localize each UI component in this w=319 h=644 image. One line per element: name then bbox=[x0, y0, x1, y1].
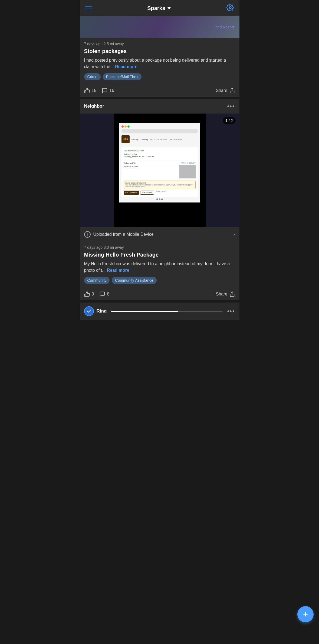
tag-community[interactable]: Community bbox=[84, 277, 110, 284]
post-1-excerpt: I had posted previously about a package … bbox=[84, 57, 235, 70]
share-button-2[interactable]: Share bbox=[216, 291, 235, 297]
ring-progress-bar bbox=[111, 311, 223, 312]
like-button-2[interactable]: 3 bbox=[84, 291, 94, 297]
like-button-1[interactable]: 15 bbox=[84, 88, 97, 94]
post-2-meta: 7 days ago 3.3 mi away bbox=[84, 245, 235, 250]
app-header: Sparks bbox=[80, 0, 239, 16]
post-2-title: Missing Hello Fresh Package bbox=[84, 252, 235, 258]
like-count-2: 3 bbox=[92, 292, 94, 297]
chevron-down-icon bbox=[167, 7, 171, 9]
upload-info-bar[interactable]: i Uploaded from a Mobile Device › bbox=[80, 227, 239, 241]
ups-status: Delivered On bbox=[124, 153, 196, 155]
ups-screenshot: UPS Shipping Tracking Products & Service… bbox=[118, 118, 202, 223]
info-icon: i bbox=[84, 231, 91, 238]
image-overlay-text: and Resort bbox=[215, 25, 234, 29]
comment-count-2: 8 bbox=[107, 292, 109, 297]
post-2-tags: Community Community Assistance bbox=[84, 277, 235, 284]
more-options-button-2[interactable]: ••• bbox=[227, 103, 235, 110]
tag-package-mail-theft[interactable]: Package/Mail Theft bbox=[103, 73, 142, 80]
post-1-tags: Crime Package/Mail Theft bbox=[84, 73, 235, 80]
post-1-body: 7 days ago 2.5 mi away Stolen packages I… bbox=[80, 38, 239, 84]
ups-tracking-id: 1ZCdJYW200014865 bbox=[124, 150, 196, 152]
tag-community-assistance[interactable]: Community Assistance bbox=[112, 277, 157, 284]
comment-button-2[interactable]: 8 bbox=[99, 291, 109, 297]
post-2-excerpt: My Hello Fresh box was delivered to a ne… bbox=[84, 261, 235, 274]
ring-badge bbox=[84, 306, 94, 316]
ring-progress-fill bbox=[111, 311, 178, 312]
post-2-section-title: Neighbor bbox=[84, 104, 104, 109]
svg-point-0 bbox=[229, 7, 231, 9]
share-label-1: Share bbox=[216, 88, 228, 93]
post-2-read-more[interactable]: Read more bbox=[107, 268, 129, 273]
post-card-2: Neighbor ••• UPS bbox=[80, 99, 239, 300]
share-button-1[interactable]: Share bbox=[216, 88, 235, 94]
image-counter: 1 / 2 bbox=[223, 117, 235, 124]
like-count-1: 15 bbox=[92, 88, 97, 93]
location-title: Sparks bbox=[147, 5, 165, 11]
post-1-read-more[interactable]: Read more bbox=[115, 64, 137, 69]
share-label-2: Share bbox=[216, 292, 228, 297]
post-1-image[interactable]: and Resort bbox=[80, 16, 239, 38]
ups-date: Monday, March 11 at 11:35 A.M. bbox=[124, 155, 196, 158]
settings-button[interactable] bbox=[226, 4, 234, 12]
post-1-meta: 7 days ago 2.5 mi away bbox=[84, 42, 235, 46]
post-2-actions: 3 8 Share bbox=[80, 288, 239, 300]
location-selector[interactable]: Sparks bbox=[147, 5, 171, 11]
ring-more-options[interactable]: ••• bbox=[227, 308, 235, 315]
hamburger-button[interactable] bbox=[85, 6, 92, 10]
tag-crime[interactable]: Crime bbox=[84, 73, 101, 80]
bottom-bar: Ring ••• bbox=[80, 303, 239, 320]
comment-button-1[interactable]: 16 bbox=[102, 88, 114, 94]
comment-count-1: 16 bbox=[109, 88, 114, 93]
chevron-right-icon: › bbox=[234, 232, 235, 237]
post-1-title: Stolen packages bbox=[84, 48, 235, 54]
post-2-section-header: Neighbor ••• bbox=[80, 99, 239, 114]
post-card-1: and Resort 7 days ago 2.5 mi away Stolen… bbox=[80, 16, 239, 97]
ring-label: Ring bbox=[97, 308, 107, 314]
post-2-body: 7 days ago 3.3 mi away Missing Hello Fre… bbox=[80, 241, 239, 288]
post-1-actions: 15 16 Share bbox=[80, 84, 239, 97]
upload-text: Uploaded from a Mobile Device bbox=[93, 232, 154, 237]
post-2-image-area[interactable]: UPS Shipping Tracking Products & Service… bbox=[80, 114, 239, 227]
